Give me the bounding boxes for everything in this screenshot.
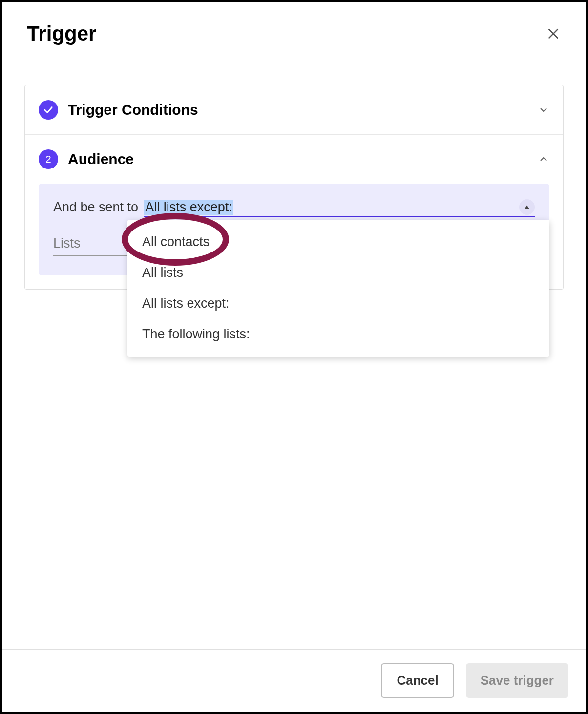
audience-title: Audience [68,151,538,168]
sent-to-select[interactable]: All lists except: [144,199,535,217]
dropdown-option-all-lists[interactable]: All lists [127,257,549,288]
section-trigger-conditions[interactable]: Trigger Conditions [25,85,563,135]
svg-marker-2 [525,205,529,209]
chevron-down-icon [538,104,549,116]
audience-body: And be sent to All lists except: Lists A… [25,184,563,289]
sent-to-label: And be sent to [53,200,138,215]
dropdown-option-all-lists-except[interactable]: All lists except: [127,288,549,319]
audience-badge-number: 2 [45,154,51,165]
audience-box: And be sent to All lists except: Lists A… [39,184,549,275]
dropdown-option-all-contacts[interactable]: All contacts [127,227,549,257]
close-button[interactable] [546,26,561,42]
trigger-conditions-title: Trigger Conditions [68,102,538,118]
caret-up-icon [519,199,535,215]
check-icon [43,105,54,115]
close-icon [546,26,561,42]
sent-to-selected-value: All lists except: [144,200,233,215]
save-trigger-button[interactable]: Save trigger [466,663,568,698]
sent-to-row: And be sent to All lists except: [53,199,535,217]
chevron-up-icon [538,153,549,165]
dialog-content: Trigger Conditions 2 Audience And be [2,65,586,309]
cancel-button[interactable]: Cancel [381,663,454,698]
sent-to-dropdown: All contacts All lists All lists except:… [127,220,549,357]
trigger-conditions-badge [39,100,58,120]
audience-badge: 2 [39,149,58,169]
section-audience[interactable]: 2 Audience [25,135,563,184]
dialog-title: Trigger [27,22,96,45]
dropdown-option-following-lists[interactable]: The following lists: [127,319,549,350]
dialog-footer: Cancel Save trigger [2,649,586,712]
sections-panel: Trigger Conditions 2 Audience And be [24,85,564,290]
dialog-header: Trigger [2,2,586,65]
